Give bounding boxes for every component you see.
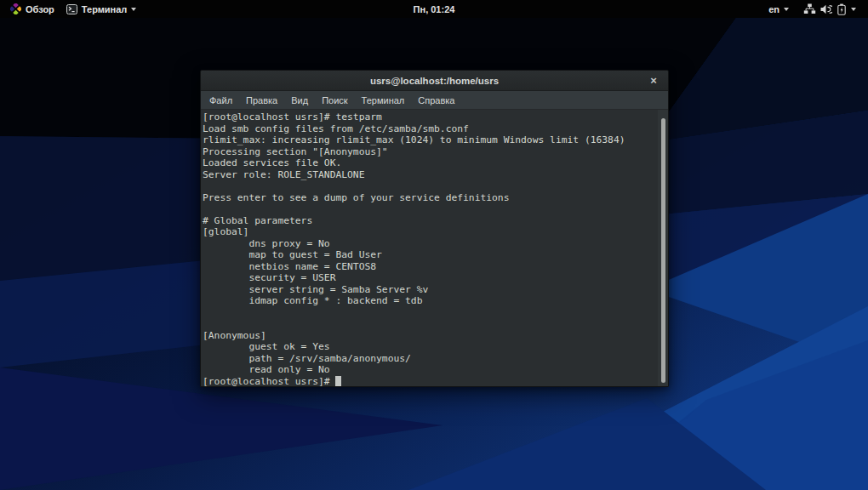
chevron-down-icon xyxy=(851,8,856,11)
terminal-line: map to guest = Bad User xyxy=(203,249,656,261)
terminal-line: read only = No xyxy=(203,364,656,376)
menu-item[interactable]: Терминал xyxy=(355,93,412,108)
terminal-line: Press enter to see a dump of your servic… xyxy=(203,192,656,204)
chevron-down-icon xyxy=(131,8,136,11)
terminal-prompt-line: [root@localhost usrs]# xyxy=(203,376,656,387)
terminal-line: security = USER xyxy=(203,272,656,284)
terminal-prompt: [root@localhost usrs]# xyxy=(203,376,335,387)
terminal-line: Server role: ROLE_STANDALONE xyxy=(203,169,656,181)
scrollbar-thumb[interactable] xyxy=(661,118,665,383)
terminal-line: path = /srv/samba/anonymous/ xyxy=(203,353,656,365)
menu-item[interactable]: Поиск xyxy=(315,93,354,108)
keyboard-layout-button[interactable]: en xyxy=(765,0,792,18)
menu-item[interactable]: Вид xyxy=(284,93,315,108)
window-titlebar[interactable]: usrs@localhost:/home/usrs × xyxy=(201,71,668,91)
terminal-line: Load smb config files from /etc/samba/sm… xyxy=(203,123,656,135)
terminal-line: netbios name = CENTOS8 xyxy=(203,261,656,273)
terminal-line: guest ok = Yes xyxy=(203,341,656,353)
terminal-app-icon xyxy=(66,4,77,14)
top-bar: Обзор Терминал Пн, 01:24 en xyxy=(0,0,868,18)
terminal-line xyxy=(203,318,656,330)
menu-bar: ФайлПравкаВидПоискТерминалСправка xyxy=(201,91,668,110)
battery-icon xyxy=(837,3,847,15)
terminal-line xyxy=(203,203,656,215)
menu-item[interactable]: Справка xyxy=(411,93,461,108)
activities-label: Обзор xyxy=(26,4,54,14)
terminal-line: Processing section "[Anonymous]" xyxy=(203,146,656,158)
terminal-line: [root@localhost usrs]# testparm xyxy=(203,111,656,123)
activities-button[interactable]: Обзор xyxy=(7,0,58,18)
menu-item[interactable]: Файл xyxy=(203,93,239,108)
terminal-line: dns proxy = No xyxy=(203,238,656,250)
scrollbar-track[interactable] xyxy=(658,110,668,386)
terminal-line: # Global parameters xyxy=(203,215,656,227)
terminal-window: usrs@localhost:/home/usrs × ФайлПравкаВи… xyxy=(200,70,669,387)
terminal-output: [root@localhost usrs]# testparmLoad smb … xyxy=(203,111,656,386)
terminal-line: server string = Samba Server %v xyxy=(203,284,656,296)
app-menu-button[interactable]: Терминал xyxy=(63,0,140,18)
window-title: usrs@localhost:/home/usrs xyxy=(370,76,499,86)
terminal-line: [global] xyxy=(203,226,656,238)
chevron-down-icon xyxy=(784,8,789,11)
keyboard-layout-label: en xyxy=(768,4,779,14)
terminal-cursor xyxy=(335,376,341,386)
terminal-line xyxy=(203,307,656,319)
clock[interactable]: Пн, 01:24 xyxy=(414,4,455,14)
app-menu-label: Терминал xyxy=(82,4,128,14)
volume-icon xyxy=(820,4,832,14)
distro-logo-icon xyxy=(10,3,21,14)
terminal-line: Loaded services file OK. xyxy=(203,157,656,169)
terminal-line: [Anonymous] xyxy=(203,330,656,342)
terminal-line: rlimit_max: increasing rlimit_max (1024)… xyxy=(203,134,656,146)
terminal-line: idmap config * : backend = tdb xyxy=(203,295,656,307)
system-menu-button[interactable] xyxy=(800,0,859,18)
close-button[interactable]: × xyxy=(646,71,661,90)
terminal-screen[interactable]: [root@localhost usrs]# testparmLoad smb … xyxy=(201,110,668,386)
network-icon xyxy=(803,3,816,14)
terminal-line xyxy=(203,180,656,192)
menu-item[interactable]: Правка xyxy=(239,93,284,108)
